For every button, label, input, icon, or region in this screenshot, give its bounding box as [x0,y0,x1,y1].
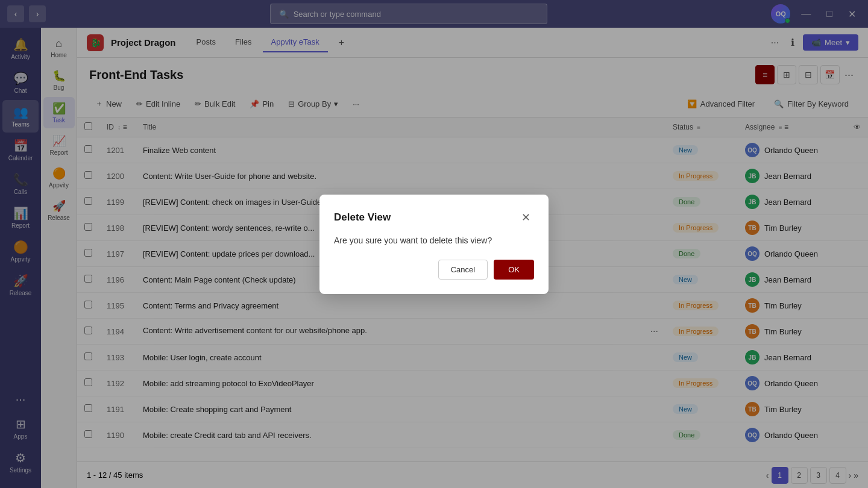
modal-message: Are you sure you want to delete this vie… [334,236,534,245]
modal-title: Delete View [334,211,391,224]
cancel-button[interactable]: Cancel [438,260,488,280]
delete-view-modal: Delete View ✕ Are you sure you want to d… [319,195,549,294]
modal-close-button[interactable]: ✕ [517,209,534,226]
modal-overlay: Delete View ✕ Are you sure you want to d… [0,0,868,488]
modal-header: Delete View ✕ [334,209,534,226]
ok-button[interactable]: OK [494,260,534,280]
modal-actions: Cancel OK [334,260,534,280]
